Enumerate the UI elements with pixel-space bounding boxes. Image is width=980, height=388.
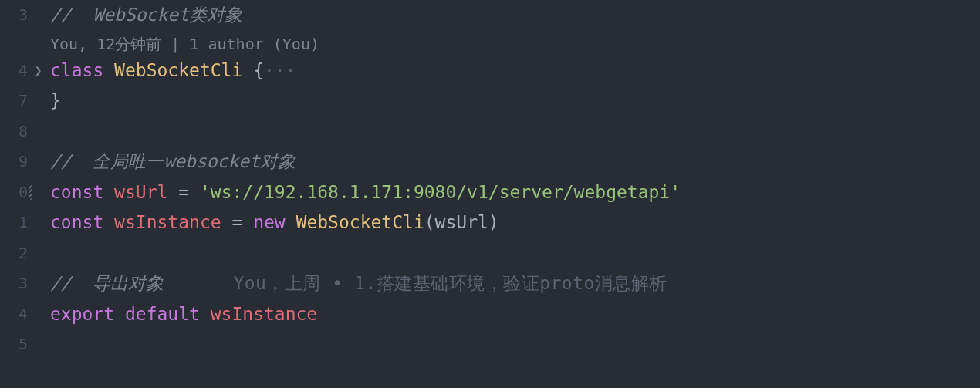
modified-line-indicator [29,185,32,201]
constructor-call: WebSocketCli [296,212,424,232]
brace-open: { [253,60,264,80]
string-literal: 'ws://192.168.1.171:9080/v1/server/webge… [200,182,681,202]
keyword-default: default [125,304,200,324]
argument: wsUrl [435,212,488,232]
line-number: 0 [0,177,28,208]
keyword-const: const [50,182,103,202]
line-number: 2 [0,238,28,269]
class-name: WebSocketCli [114,60,242,80]
identifier: wsInstance [211,304,317,324]
code-line[interactable] [50,238,980,269]
operator-equals: = [231,212,242,232]
comment-text: // 全局唯一websocket对象 [50,151,296,171]
keyword-new: new [253,212,286,232]
code-line[interactable]: } [50,86,980,116]
code-line[interactable]: export default wsInstance [50,299,980,330]
code-line[interactable]: const wsUrl = 'ws://192.168.1.171:9080/v… [50,177,980,208]
keyword-const: const [50,212,103,232]
keyword-export: export [50,304,114,324]
fold-collapsed-icon[interactable]: ❯ [28,56,49,86]
paren-open: ( [424,212,435,232]
comment-text: // 导出对象 [50,273,164,293]
identifier: wsInstance [114,212,221,232]
brace-close: } [50,90,61,110]
code-lens-row[interactable]: You, 12分钟前 | 1 author (You) [50,31,980,56]
line-number: 8 [0,116,28,147]
code-line[interactable]: // 全局唯一websocket对象 [50,147,980,177]
code-line[interactable]: // 导出对象You，上周 • 1.搭建基础环境，验证proto消息解析 [50,268,980,299]
line-number: 4 [0,56,28,86]
identifier: wsUrl [114,182,167,202]
line-number: 5 [0,329,28,360]
keyword-class: class [50,60,103,80]
paren-close: ) [488,212,499,232]
line-number: 3 [0,0,28,31]
code-line[interactable]: const wsInstance = new WebSocketCli(wsUr… [50,207,980,238]
line-number: 1 [0,207,28,238]
git-lens-annotation[interactable]: You, 12分钟前 | 1 author (You) [50,35,319,53]
code-line[interactable] [50,329,980,360]
code-line[interactable]: // WebSocket类对象 [50,0,980,31]
line-number: 7 [0,86,28,116]
comment-text: // WebSocket类对象 [50,5,242,25]
operator-equals: = [178,182,189,202]
code-line[interactable] [50,116,980,147]
git-blame-inline[interactable]: You，上周 • 1.搭建基础环境，验证proto消息解析 [233,273,667,293]
folded-ellipsis-icon[interactable]: ··· [264,60,296,80]
line-number: 3 [0,268,28,299]
line-number: 9 [0,147,28,177]
code-line[interactable]: class WebSocketCli {··· [50,56,980,86]
line-number: 4 [0,299,28,330]
